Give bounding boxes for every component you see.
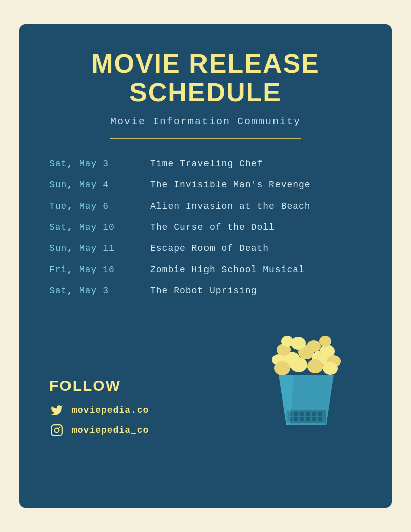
- svg-rect-31: [318, 417, 322, 421]
- schedule-date: Sun, May 11: [49, 243, 150, 253]
- schedule-item: Sun, May 11 Escape Room of Death: [49, 243, 362, 253]
- schedule-item: Sat, May 3 The Robot Uprising: [49, 286, 362, 296]
- twitter-row: moviepedia.co: [49, 403, 149, 418]
- schedule-movie: The Invisible Man's Revenge: [150, 180, 311, 190]
- instagram-icon: [49, 423, 64, 438]
- schedule-movie: Escape Room of Death: [150, 243, 269, 253]
- schedule-movie: The Curse of the Doll: [150, 222, 275, 232]
- schedule-date: Sun, May 4: [49, 180, 150, 190]
- twitter-handle[interactable]: moviepedia.co: [72, 405, 149, 415]
- svg-point-16: [307, 359, 323, 373]
- svg-rect-23: [306, 412, 310, 416]
- svg-rect-28: [300, 417, 304, 421]
- popcorn-illustration: [251, 327, 362, 438]
- card: MOVIE RELEASE SCHEDULE Movie Information…: [19, 24, 392, 508]
- svg-rect-24: [312, 412, 316, 416]
- svg-rect-27: [294, 417, 298, 421]
- schedule-list: Sat, May 3 Time Traveling Chef Sun, May …: [49, 159, 362, 307]
- schedule-movie: The Robot Uprising: [150, 286, 257, 296]
- schedule-movie: Zombie High School Musical: [150, 264, 305, 275]
- svg-point-1: [55, 428, 59, 433]
- divider: [110, 138, 301, 139]
- schedule-movie: Alien Invasion at the Beach: [150, 201, 311, 211]
- social-links: moviepedia.co moviepedia_co: [49, 403, 149, 438]
- svg-point-2: [59, 427, 61, 428]
- schedule-date: Tue, May 6: [49, 201, 150, 211]
- svg-rect-29: [306, 417, 310, 421]
- svg-point-14: [274, 361, 290, 375]
- follow-label: FOLLOW: [49, 377, 149, 394]
- schedule-item: Sat, May 3 Time Traveling Chef: [49, 159, 362, 169]
- svg-rect-21: [294, 412, 298, 416]
- twitter-icon: [49, 403, 64, 418]
- subtitle: Movie Information Community: [49, 116, 362, 127]
- svg-rect-0: [51, 425, 62, 436]
- schedule-date: Sat, May 10: [49, 222, 150, 232]
- page-title: MOVIE RELEASE SCHEDULE: [49, 49, 362, 107]
- svg-point-13: [319, 336, 331, 347]
- bottom-row: FOLLOW moviepedia.co: [49, 327, 362, 438]
- schedule-date: Sat, May 3: [49, 286, 150, 296]
- svg-rect-22: [300, 412, 304, 416]
- instagram-handle[interactable]: moviepedia_co: [72, 425, 149, 435]
- follow-section: FOLLOW moviepedia.co: [49, 377, 149, 438]
- schedule-item: Tue, May 6 Alien Invasion at the Beach: [49, 201, 362, 211]
- svg-point-7: [291, 337, 306, 350]
- svg-point-12: [281, 336, 293, 347]
- schedule-date: Fri, May 16: [49, 264, 150, 275]
- instagram-row: moviepedia_co: [49, 423, 149, 438]
- schedule-item: Sun, May 4 The Invisible Man's Revenge: [49, 180, 362, 190]
- svg-rect-25: [318, 412, 322, 416]
- svg-rect-30: [312, 417, 316, 421]
- svg-point-17: [323, 362, 338, 375]
- schedule-date: Sat, May 3: [49, 159, 150, 169]
- schedule-item: Sat, May 10 The Curse of the Doll: [49, 222, 362, 232]
- schedule-movie: Time Traveling Chef: [150, 159, 263, 169]
- svg-point-15: [290, 357, 307, 372]
- schedule-item: Fri, May 16 Zombie High School Musical: [49, 264, 362, 275]
- svg-point-8: [307, 340, 321, 352]
